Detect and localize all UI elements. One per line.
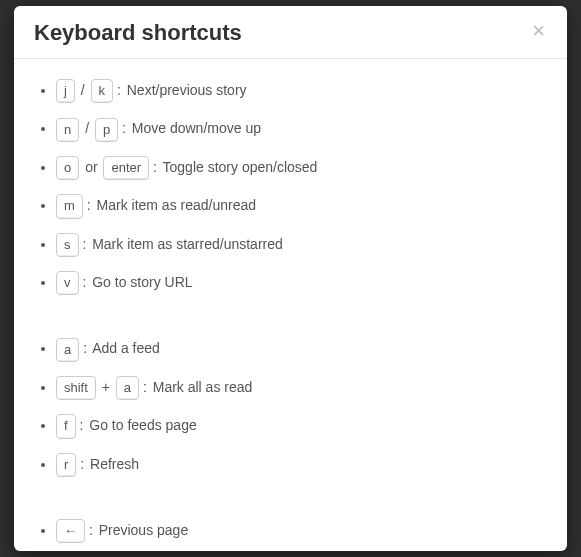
shortcut-desc: Move down/move up bbox=[132, 120, 261, 136]
key: o bbox=[56, 156, 79, 180]
shortcut-group: a : Add a feed shift + a : Mark all as r… bbox=[34, 333, 547, 487]
key: s bbox=[56, 233, 79, 257]
shortcut-desc: Previous page bbox=[99, 522, 189, 538]
shortcut-desc: Refresh bbox=[90, 456, 139, 472]
colon: : bbox=[153, 159, 159, 175]
key: v bbox=[56, 271, 79, 295]
separator: / bbox=[79, 82, 87, 98]
shortcut-desc: Next/previous story bbox=[127, 82, 247, 98]
shortcut-group: ← : Previous page → : Next page bbox=[34, 515, 547, 551]
key: a bbox=[116, 376, 139, 400]
colon: : bbox=[80, 417, 86, 433]
shortcut-row: o or enter : Toggle story open/closed bbox=[56, 152, 547, 190]
key: m bbox=[56, 194, 83, 218]
modal-title: Keyboard shortcuts bbox=[34, 20, 242, 46]
key: p bbox=[95, 118, 118, 142]
colon: : bbox=[83, 340, 89, 356]
key: r bbox=[56, 453, 76, 477]
modal-body: j / k : Next/previous story n / p : Move… bbox=[14, 59, 567, 551]
colon: : bbox=[80, 456, 86, 472]
shortcut-desc: Mark all as read bbox=[153, 379, 253, 395]
shortcut-group: j / k : Next/previous story n / p : Move… bbox=[34, 75, 547, 305]
shortcut-row: shift + a : Mark all as read bbox=[56, 372, 547, 410]
shortcut-desc: Add a feed bbox=[92, 340, 160, 356]
colon: : bbox=[122, 120, 128, 136]
shortcut-desc: Mark item as read/unread bbox=[97, 197, 257, 213]
colon: : bbox=[87, 197, 93, 213]
keyboard-shortcuts-modal: Keyboard shortcuts × j / k : Next/previo… bbox=[14, 6, 567, 551]
shortcut-row: a : Add a feed bbox=[56, 333, 547, 371]
modal-header: Keyboard shortcuts × bbox=[14, 6, 567, 59]
shortcut-row: n / p : Move down/move up bbox=[56, 113, 547, 151]
shortcut-row: v : Go to story URL bbox=[56, 267, 547, 305]
shortcut-row: r : Refresh bbox=[56, 449, 547, 487]
shortcut-desc: Mark item as starred/unstarred bbox=[92, 236, 283, 252]
key: j bbox=[56, 79, 75, 103]
key: n bbox=[56, 118, 79, 142]
colon: : bbox=[82, 274, 88, 290]
close-icon: × bbox=[532, 18, 545, 43]
shortcut-desc: Go to story URL bbox=[92, 274, 192, 290]
separator: / bbox=[83, 120, 91, 136]
shortcut-desc: Go to feeds page bbox=[89, 417, 196, 433]
key: a bbox=[56, 338, 79, 362]
shortcut-row: f : Go to feeds page bbox=[56, 410, 547, 448]
shortcut-row: j / k : Next/previous story bbox=[56, 75, 547, 113]
shortcut-row: m : Mark item as read/unread bbox=[56, 190, 547, 228]
key: k bbox=[91, 79, 114, 103]
shortcut-row: s : Mark item as starred/unstarred bbox=[56, 229, 547, 267]
separator: + bbox=[100, 379, 112, 395]
key: f bbox=[56, 414, 76, 438]
key: enter bbox=[103, 156, 149, 180]
key: ← bbox=[56, 519, 85, 543]
shortcut-row: ← : Previous page bbox=[56, 515, 547, 551]
separator: or bbox=[83, 159, 99, 175]
colon: : bbox=[89, 522, 95, 538]
shortcut-desc: Toggle story open/closed bbox=[163, 159, 318, 175]
colon: : bbox=[82, 236, 88, 252]
colon: : bbox=[117, 82, 123, 98]
close-button[interactable]: × bbox=[530, 20, 547, 42]
colon: : bbox=[143, 379, 149, 395]
key: shift bbox=[56, 376, 96, 400]
